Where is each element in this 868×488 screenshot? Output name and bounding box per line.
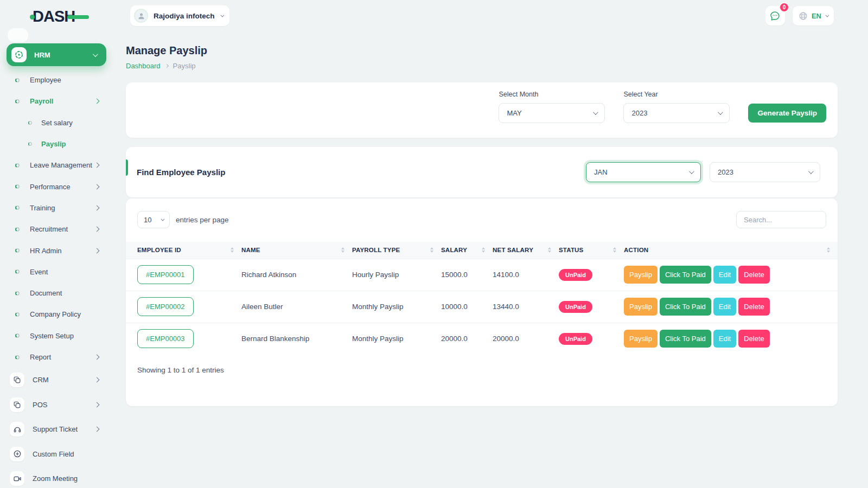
column-header-employee-id[interactable]: EMPLOYEE ID bbox=[126, 242, 241, 259]
edit-button[interactable]: Edit bbox=[713, 266, 736, 284]
chevron-down-icon bbox=[161, 217, 164, 221]
row-actions: Payslip Click To Paid Edit Delete bbox=[624, 298, 838, 316]
language-code: EN bbox=[812, 12, 821, 20]
click-to-paid-button[interactable]: Click To Paid bbox=[660, 298, 711, 316]
sidebar-scrolled-item-peek bbox=[8, 28, 28, 42]
cell-salary: 15000.0 bbox=[441, 259, 493, 291]
chevron-down-icon bbox=[93, 52, 98, 57]
generate-payslip-button[interactable]: Generate Payslip bbox=[748, 104, 826, 123]
chevron-right-icon bbox=[94, 427, 100, 432]
sidebar-item-label: Document bbox=[30, 289, 62, 297]
chevron-right-icon bbox=[94, 163, 100, 168]
edit-button[interactable]: Edit bbox=[713, 298, 736, 316]
card-accent-bar bbox=[126, 159, 128, 176]
avatar bbox=[134, 9, 148, 23]
sidebar-item-report[interactable]: Report bbox=[0, 346, 113, 368]
table-row: #EMP00003 Bernard Blankenship Monthly Pa… bbox=[126, 323, 838, 355]
column-header-net-salary[interactable]: NET SALARY bbox=[493, 242, 559, 259]
sidebar-item-system-setup[interactable]: System Setup bbox=[0, 325, 113, 346]
edit-button[interactable]: Edit bbox=[713, 330, 736, 348]
employee-id-badge[interactable]: #EMP00002 bbox=[137, 297, 194, 316]
payslip-button[interactable]: Payslip bbox=[624, 330, 658, 348]
column-label: PAYROLL TYPE bbox=[352, 247, 400, 253]
sidebar-item-set-salary[interactable]: Set salary bbox=[0, 112, 113, 133]
page-title: Manage Payslip bbox=[126, 44, 838, 57]
column-header-payroll-type[interactable]: PAYROLL TYPE bbox=[352, 242, 441, 259]
find-month-select[interactable]: JAN bbox=[586, 162, 701, 182]
column-header-name[interactable]: NAME bbox=[241, 242, 352, 259]
sidebar-item-leave-management[interactable]: Leave Management bbox=[0, 155, 113, 176]
column-label: NET SALARY bbox=[493, 247, 533, 253]
logo[interactable]: DASH bbox=[30, 8, 89, 25]
column-header-salary[interactable]: SALARY bbox=[441, 242, 493, 259]
month-select[interactable]: MAY bbox=[499, 103, 605, 123]
year-select[interactable]: 2023 bbox=[623, 103, 730, 123]
sidebar-item-recruitment[interactable]: Recruitment bbox=[0, 219, 113, 240]
sidebar-item-zoom-meeting[interactable]: Zoom Meeting bbox=[0, 466, 113, 488]
sort-icon bbox=[827, 247, 830, 253]
sidebar-item-document[interactable]: Document bbox=[0, 282, 113, 304]
sidebar-item-training[interactable]: Training bbox=[0, 197, 113, 219]
sidebar-item-label: Employee bbox=[30, 76, 61, 84]
sidebar-item-crm[interactable]: CRM bbox=[0, 368, 113, 393]
delete-button[interactable]: Delete bbox=[738, 330, 770, 348]
employee-id-badge[interactable]: #EMP00003 bbox=[137, 329, 194, 348]
page-size-select[interactable]: 10 bbox=[137, 211, 170, 228]
messages-button[interactable]: 0 bbox=[765, 6, 785, 25]
sidebar-item-payroll[interactable]: Payroll bbox=[0, 91, 113, 112]
sidebar-item-performance[interactable]: Performance bbox=[0, 176, 113, 197]
column-header-action[interactable]: ACTION bbox=[624, 242, 838, 259]
chevron-right-icon bbox=[94, 248, 100, 253]
pos-icon bbox=[10, 397, 24, 412]
column-label: SALARY bbox=[441, 247, 467, 253]
delete-button[interactable]: Delete bbox=[738, 298, 770, 316]
chevron-right-icon bbox=[94, 184, 100, 189]
click-to-paid-button[interactable]: Click To Paid bbox=[660, 266, 711, 284]
chevron-down-icon bbox=[593, 110, 598, 115]
sidebar-item-hr-admin[interactable]: HR Admin bbox=[0, 240, 113, 261]
sidebar-item-label: Report bbox=[30, 353, 51, 361]
find-year-select[interactable]: 2023 bbox=[710, 162, 820, 182]
sort-icon bbox=[430, 247, 433, 253]
sidebar-item-label: System Setup bbox=[30, 332, 74, 340]
sidebar-item-label: Performance bbox=[30, 183, 70, 191]
select-year-group: Select Year 2023 bbox=[623, 91, 730, 123]
table-footer-summary: Showing 1 to 1 of 1 entries bbox=[126, 355, 838, 386]
select-month-label: Select Month bbox=[499, 91, 605, 98]
chevron-right-icon bbox=[94, 377, 100, 383]
payslip-button[interactable]: Payslip bbox=[624, 266, 658, 284]
sidebar-item-pos[interactable]: POS bbox=[0, 393, 113, 418]
find-year-value: 2023 bbox=[718, 168, 733, 176]
sidebar-item-company-policy[interactable]: Company Policy bbox=[0, 304, 113, 325]
sidebar-item-event[interactable]: Event bbox=[0, 261, 113, 282]
generate-payslip-card: Select Month MAY Select Year 2023 Genera… bbox=[126, 82, 838, 138]
payslip-table: EMPLOYEE ID NAME PAYROLL TYPE SALARY NET… bbox=[126, 242, 838, 355]
sort-icon bbox=[613, 247, 616, 253]
select-month-group: Select Month MAY bbox=[499, 91, 605, 123]
sidebar-item-label: CRM bbox=[33, 376, 49, 384]
language-selector[interactable]: EN bbox=[793, 6, 834, 25]
find-filters: JAN 2023 bbox=[586, 162, 820, 182]
payslip-table-card: 10 entries per page EMPLOYEE ID NAME PAY… bbox=[126, 198, 838, 406]
column-header-status[interactable]: STATUS bbox=[559, 242, 624, 259]
find-payslip-card: Find Employee Payslip JAN 2023 bbox=[126, 147, 838, 197]
column-label: NAME bbox=[241, 247, 260, 253]
employee-id-badge[interactable]: #EMP00001 bbox=[137, 265, 194, 284]
sidebar-item-support-ticket[interactable]: Support Ticket bbox=[0, 417, 113, 442]
sidebar-item-employee[interactable]: Employee bbox=[0, 69, 113, 91]
sidebar-item-label: Training bbox=[30, 204, 55, 212]
bullet-icon bbox=[28, 121, 32, 125]
sidebar-item-hrm[interactable]: HRM bbox=[7, 43, 106, 66]
search-input[interactable] bbox=[736, 211, 826, 228]
chevron-right-icon bbox=[165, 64, 169, 68]
sidebar-item-label: HR Admin bbox=[30, 247, 62, 255]
delete-button[interactable]: Delete bbox=[738, 266, 770, 284]
month-select-value: MAY bbox=[507, 109, 521, 117]
payslip-button[interactable]: Payslip bbox=[624, 298, 658, 316]
globe-icon bbox=[799, 11, 808, 21]
sidebar-item-payslip[interactable]: Payslip bbox=[0, 133, 113, 155]
click-to-paid-button[interactable]: Click To Paid bbox=[660, 330, 711, 348]
company-selector[interactable]: Rajodiya infotech bbox=[130, 5, 229, 26]
sidebar-item-custom-field[interactable]: Custom Field bbox=[0, 442, 113, 467]
breadcrumb-dashboard-link[interactable]: Dashboard bbox=[126, 62, 161, 70]
